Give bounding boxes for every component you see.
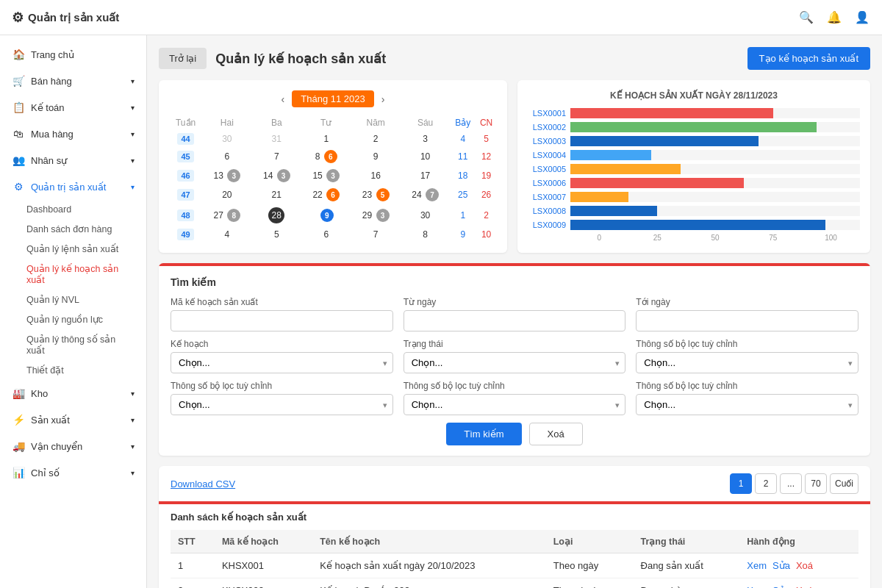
sidebar-item-label: Kho [31, 388, 48, 399]
calendar-day[interactable]: 9 [450, 226, 476, 243]
sidebar-subitem-quan-ly-ke-hoach-san-xuat[interactable]: Quản lý kế hoạch sản xuất [0, 259, 146, 290]
shopping-icon: 🛒 [12, 74, 25, 87]
production-icon: ⚡ [12, 413, 25, 426]
calendar-day[interactable]: 4 [450, 131, 476, 147]
calendar-day[interactable]: 28 [252, 204, 301, 226]
calendar-day[interactable]: 16 [351, 166, 400, 185]
calendar-day[interactable]: 2 [476, 204, 497, 226]
input-ma-ke-hoach[interactable] [171, 310, 393, 331]
chart-bar [570, 150, 651, 160]
select-trang-thai[interactable]: Chọn... [404, 352, 626, 373]
calendar-month-button[interactable]: Tháng 11 2023 [292, 90, 373, 107]
sidebar-item-nhan-su[interactable]: 👥 Nhân sự ▾ [0, 147, 146, 173]
action-xoá-link[interactable]: Xoá [796, 585, 813, 588]
calendar-day[interactable]: 7 [351, 226, 400, 243]
calendar-day[interactable]: 29 3 [351, 204, 400, 226]
sidebar-subitem-dashboard[interactable]: Dashboard [0, 200, 146, 219]
select-ke-hoach[interactable]: Chọn... [171, 352, 393, 373]
calendar-day[interactable]: 25 [450, 185, 476, 204]
download-csv-link[interactable]: Download CSV [171, 478, 235, 490]
page-end-button[interactable]: Cuối [830, 473, 858, 494]
weekday-week: Tuần [169, 115, 202, 131]
select-thong-so-3[interactable]: Chọn... [404, 394, 626, 415]
page-1-button[interactable]: 1 [730, 473, 752, 494]
sidebar-item-mua-hang[interactable]: 🛍 Mua hàng ▾ [0, 121, 146, 147]
sidebar-subitem-thiet-dat[interactable]: Thiết đặt [0, 360, 146, 380]
calendar-day[interactable]: 8 6 [301, 147, 351, 166]
calendar-day[interactable]: 2 [351, 131, 400, 147]
select-thong-so-2[interactable]: Chọn... [171, 394, 393, 415]
sidebar-item-ke-toan[interactable]: 📋 Kế toán ▾ [0, 94, 146, 121]
sidebar-subitem-danh-sach-don-hang[interactable]: Danh sách đơn hàng [0, 219, 146, 239]
weekday-tue: Ba [252, 115, 301, 131]
search-icon[interactable]: 🔍 [798, 10, 814, 26]
calendar-day[interactable]: 18 [450, 166, 476, 185]
sidebar-item-quan-tri-san-xuat[interactable]: ⚙ Quản trị sản xuất ▾ [0, 173, 146, 200]
bell-icon[interactable]: 🔔 [826, 10, 842, 26]
calendar-day[interactable]: 6 [202, 147, 251, 166]
calendar-day[interactable]: 6 [301, 226, 351, 243]
calendar-day[interactable]: 5 [252, 226, 301, 243]
back-button[interactable]: Trở lại [159, 48, 207, 69]
calendar-day[interactable]: 19 [476, 166, 497, 185]
sidebar-item-ban-hang[interactable]: 🛒 Bán hàng ▾ [0, 68, 146, 94]
action-xem-link[interactable]: Xem [747, 585, 767, 588]
user-icon[interactable]: 👤 [854, 10, 870, 26]
calendar-day[interactable]: 12 [476, 147, 497, 166]
calendar-day[interactable]: 1 [450, 204, 476, 226]
create-button[interactable]: Tạo kế hoạch sản xuất [747, 47, 870, 70]
calendar-day[interactable]: 5 [476, 131, 497, 147]
calendar-day[interactable]: 20 [202, 185, 251, 204]
chart-x-axis: 0255075100 [570, 234, 860, 242]
calendar-day[interactable]: 15 3 [301, 166, 351, 185]
calendar-day[interactable]: 30 [202, 131, 251, 147]
calendar-day[interactable]: 10 [476, 226, 497, 243]
action-sửa-link[interactable]: Sửa [772, 560, 790, 571]
clear-button[interactable]: Xoá [529, 423, 583, 445]
calendar-prev-button[interactable]: ‹ [282, 93, 285, 105]
sidebar-item-chi-so[interactable]: 📊 Chỉ số ▾ [0, 459, 146, 486]
calendar-day[interactable]: 31 [252, 131, 301, 147]
weekday-fri: Sáu [401, 115, 450, 131]
calendar-day[interactable]: 17 [401, 166, 450, 185]
calendar-day[interactable]: 30 [401, 204, 450, 226]
sidebar-subitem-quan-ly-lenh-san-xuat[interactable]: Quản lý lệnh sản xuất [0, 239, 146, 259]
calendar-day[interactable]: 9 [351, 147, 400, 166]
calendar-day[interactable]: 11 [450, 147, 476, 166]
calendar-day[interactable]: 3 [401, 131, 450, 147]
calendar-next-button[interactable]: › [381, 93, 385, 105]
chart-bar-row: LSX0005 [528, 164, 860, 174]
sidebar-subitem-quan-ly-nguon-luc[interactable]: Quản lý nguồn lực [0, 309, 146, 329]
action-xoá-link[interactable]: Xoá [796, 560, 813, 571]
select-thong-so-4[interactable]: Chọn... [636, 394, 858, 415]
calendar-day[interactable]: 24 7 [401, 185, 450, 204]
sidebar-item-san-xuat[interactable]: ⚡ Sản xuất ▾ [0, 406, 146, 433]
input-tu-ngay[interactable] [404, 310, 626, 331]
calendar-day[interactable]: 1 [301, 131, 351, 147]
calendar-day[interactable]: 9 [301, 204, 351, 226]
calendar-day[interactable]: 26 [476, 185, 497, 204]
action-xem-link[interactable]: Xem [747, 560, 767, 571]
page-2-button[interactable]: 2 [755, 473, 777, 494]
action-sửa-link[interactable]: Sửa [772, 585, 790, 588]
input-toi-ngay[interactable] [636, 310, 858, 331]
cell-ma: KHSX001 [215, 553, 312, 578]
sidebar-item-trang-chu[interactable]: 🏠 Trang chủ [0, 41, 146, 68]
calendar-day[interactable]: 22 6 [301, 185, 351, 204]
calendar-day[interactable]: 13 3 [202, 166, 251, 185]
search-button[interactable]: Tìm kiếm [446, 423, 521, 445]
calendar-day[interactable]: 10 [401, 147, 450, 166]
calendar-day[interactable]: 21 [252, 185, 301, 204]
calendar-day[interactable]: 7 [252, 147, 301, 166]
select-thong-so-1[interactable]: Chọn... [636, 352, 858, 373]
calendar-day[interactable]: 14 3 [252, 166, 301, 185]
sidebar-subitem-quan-ly-nvl[interactable]: Quản lý NVL [0, 290, 146, 309]
sidebar-item-van-chuyen[interactable]: 🚚 Vận chuyển ▾ [0, 433, 146, 459]
calendar-day[interactable]: 23 5 [351, 185, 400, 204]
calendar-day[interactable]: 27 8 [202, 204, 251, 226]
sidebar-subitem-quan-ly-thong-so[interactable]: Quản lý thông số sản xuất [0, 329, 146, 360]
sidebar-item-kho[interactable]: 🏭 Kho ▾ [0, 380, 146, 406]
calendar-day[interactable]: 8 [401, 226, 450, 243]
calendar-day[interactable]: 4 [202, 226, 251, 243]
page-last-button[interactable]: 70 [805, 473, 827, 494]
